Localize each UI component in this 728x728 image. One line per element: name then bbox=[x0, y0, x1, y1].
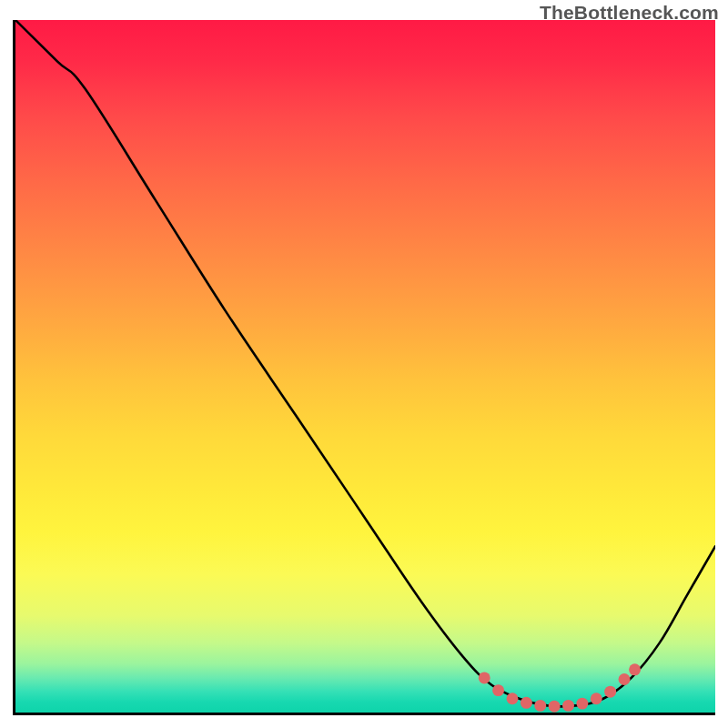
chart-svg bbox=[15, 20, 715, 713]
optimal-marker bbox=[591, 693, 602, 704]
optimal-marker bbox=[619, 673, 631, 685]
optimal-marker bbox=[576, 698, 588, 710]
optimal-marker bbox=[534, 700, 546, 712]
bottleneck-curve bbox=[15, 20, 715, 706]
optimal-marker bbox=[479, 672, 490, 683]
optimal-marker bbox=[507, 693, 519, 704]
optimal-marker bbox=[492, 684, 504, 696]
plot-area bbox=[13, 20, 715, 715]
optimal-marker bbox=[521, 697, 532, 709]
optimal-marker bbox=[604, 686, 616, 698]
optimal-marker bbox=[562, 700, 574, 712]
optimal-marker bbox=[629, 663, 641, 675]
optimal-marker bbox=[549, 701, 561, 713]
chart-container: TheBottleneck.com bbox=[0, 0, 728, 728]
